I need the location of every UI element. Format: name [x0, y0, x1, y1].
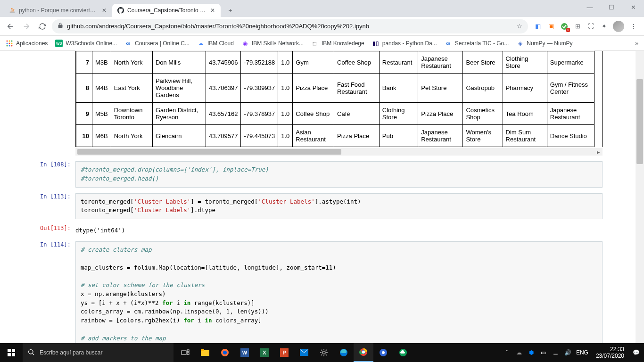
word-icon[interactable]: W: [235, 343, 255, 362]
code-text: toronto_merged[: [81, 198, 134, 205]
bookmark-item[interactable]: w3W3Schools Online...: [55, 40, 117, 47]
coursera-icon: ∞: [124, 40, 132, 47]
table-cell: -79.309937: [241, 74, 278, 103]
input-prompt: In [108]:: [33, 161, 75, 188]
table-cell: 7: [76, 51, 92, 74]
scrollbar-thumb[interactable]: [636, 79, 643, 164]
table-row: 7M3BNorth YorkDon Mills43.745906-79.3521…: [76, 51, 594, 74]
clock[interactable]: 22:33 23/07/2020: [592, 346, 628, 360]
svg-rect-17: [12, 353, 15, 356]
code-input[interactable]: # create cluters map map_clusters = foli…: [75, 241, 603, 343]
file-explorer-icon[interactable]: [195, 343, 215, 362]
close-window-button[interactable]: ✕: [622, 0, 644, 14]
scroll-right-arrow[interactable]: ▸: [595, 148, 602, 156]
nav-bar: github.com/andresdq/Coursera_Capstone/bl…: [0, 17, 644, 36]
page-content: 7M3BNorth YorkDon Mills43.745906-79.3521…: [0, 51, 644, 343]
table-cell: Pharmacy: [503, 74, 547, 103]
minimize-button[interactable]: —: [579, 0, 601, 14]
address-bar[interactable]: github.com/andresdq/Coursera_Capstone/bl…: [52, 19, 528, 33]
extension-icon[interactable]: ⛶: [586, 22, 595, 31]
tab-github[interactable]: Coursera_Capstone/Toronto neig ✕: [112, 4, 221, 17]
code-text: ys = [i + x + (i*x)**2: [81, 299, 162, 306]
task-view-button[interactable]: [175, 343, 195, 362]
excel-icon[interactable]: X: [255, 343, 274, 362]
start-button[interactable]: [0, 343, 23, 362]
svg-rect-19: [182, 351, 186, 354]
settings-icon[interactable]: [314, 343, 334, 362]
close-icon[interactable]: ✕: [101, 7, 107, 14]
table-cell: Glencairn: [152, 125, 206, 147]
chrome-canary-icon[interactable]: [373, 343, 393, 362]
language-indicator[interactable]: ENG: [576, 349, 588, 356]
table-cell: -79.378937: [241, 103, 278, 125]
scrollbar-thumb[interactable]: [77, 149, 341, 155]
table-cell: M3B: [92, 51, 111, 74]
new-tab-button[interactable]: ＋: [223, 4, 237, 17]
tray-chevron-icon[interactable]: ˄: [503, 348, 511, 357]
close-icon[interactable]: ✕: [209, 7, 216, 14]
bluetooth-icon[interactable]: ⬢: [527, 348, 536, 357]
vertical-scrollbar[interactable]: [636, 51, 644, 343]
firefox-icon[interactable]: [215, 343, 235, 362]
notifications-icon[interactable]: 💬: [632, 348, 640, 357]
maximize-button[interactable]: ☐: [601, 0, 622, 14]
table-cell: Gym / Fitness Center: [547, 74, 594, 103]
forward-button[interactable]: [20, 20, 33, 33]
extension-icon[interactable]: ▣: [547, 22, 555, 31]
table-row: 8M4BEast YorkParkview Hill, Woodbine Gar…: [76, 74, 594, 103]
tab-bar: python - Porque me convierte int ✕ Cours…: [0, 0, 644, 17]
svg-point-10: [11, 42, 13, 44]
ibm-cloud-icon: ☁: [197, 40, 205, 47]
cloud-app-icon[interactable]: [393, 343, 413, 362]
apps-button[interactable]: Aplicaciones: [6, 40, 48, 47]
volume-icon[interactable]: 🔊: [564, 348, 572, 357]
tab-stackoverflow[interactable]: python - Porque me convierte int ✕: [4, 4, 112, 17]
search-box[interactable]: Escribe aquí para buscar: [23, 343, 173, 362]
battery-icon[interactable]: ▭: [539, 348, 548, 357]
code-input[interactable]: toronto_merged['Cluster Labels'] = toron…: [75, 193, 603, 220]
horizontal-scrollbar[interactable]: ▸: [75, 148, 603, 156]
extension-icon[interactable]: ◧: [534, 22, 542, 31]
mail-icon[interactable]: [294, 343, 314, 362]
back-button[interactable]: [4, 20, 17, 33]
star-icon[interactable]: ☆: [517, 23, 522, 30]
menu-icon[interactable]: ⋮: [629, 22, 637, 31]
table-cell: 43.745906: [206, 51, 240, 74]
bookmarks-overflow[interactable]: »: [635, 40, 638, 47]
table-cell: Supermarke: [547, 51, 594, 74]
table-cell: 43.657162: [206, 103, 240, 125]
table-cell: Coffee Shop: [334, 51, 380, 74]
tab-title: python - Porque me convierte int: [19, 7, 98, 14]
bookmark-item[interactable]: ∞Coursera | Online C...: [124, 40, 190, 47]
extension-icon[interactable]: ⊞: [573, 22, 582, 31]
lock-icon: [58, 23, 63, 30]
code-string: 'Cluster Labels': [134, 206, 190, 214]
svg-rect-0: [10, 12, 15, 13]
profile-avatar[interactable]: [613, 21, 624, 32]
svg-point-9: [9, 42, 10, 44]
extension-icon[interactable]: 1: [560, 22, 569, 31]
code-input[interactable]: #toronto_merged.drop(columns=['index'], …: [75, 161, 603, 188]
table-cell: 1.0: [278, 125, 293, 147]
table-cell: 43.709577: [206, 125, 240, 147]
table-cell: Dim Sum Restaurant: [503, 125, 547, 147]
powerpoint-icon[interactable]: P: [274, 343, 294, 362]
bookmark-item[interactable]: ☁IBM Cloud: [197, 40, 234, 47]
puzzle-icon[interactable]: ✦: [600, 22, 608, 31]
wifi-icon[interactable]: ⚊: [552, 348, 560, 357]
bookmark-item[interactable]: ◈NumPy — NumPy: [516, 40, 572, 47]
bookmark-item[interactable]: ⬚IBM Knowledege: [311, 40, 364, 47]
reload-button[interactable]: [36, 20, 49, 33]
svg-point-11: [7, 45, 8, 46]
onedrive-icon[interactable]: ☁: [515, 348, 523, 357]
extensions: ◧ ▣ 1 ⊞ ⛶ ✦ ⋮: [531, 21, 640, 32]
bookmark-item[interactable]: ∞Secretaría TIC - Go...: [445, 40, 509, 47]
bookmark-item[interactable]: ▮▯pandas - Python Da...: [372, 40, 437, 47]
edge-icon[interactable]: [334, 343, 354, 362]
bookmark-item[interactable]: ◉IBM Skills Network...: [241, 40, 304, 47]
table-row: 10M6BNorth YorkGlencairn43.709577-79.445…: [76, 125, 594, 147]
chrome-icon[interactable]: [354, 343, 373, 362]
table-cell: Tea Room: [503, 103, 547, 125]
secretaria-icon: ∞: [445, 40, 452, 47]
table-cell: Dance Studio: [547, 125, 594, 147]
